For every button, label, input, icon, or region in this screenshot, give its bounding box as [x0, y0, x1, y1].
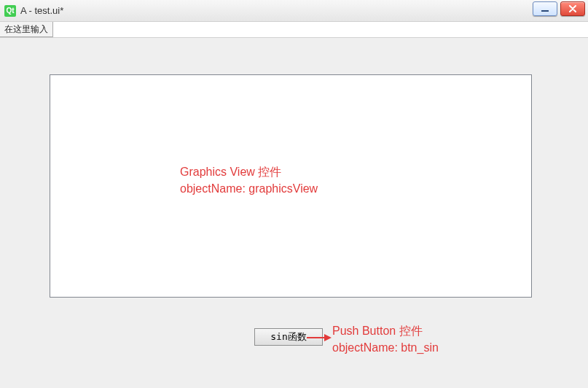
window-title: A - test.ui*: [20, 5, 63, 16]
annotation-push-button: Push Button 控件 objectName: btn_sin: [332, 322, 439, 356]
form-canvas[interactable]: sin函数 Graphics View 控件 objectName: graph…: [0, 38, 588, 388]
annotation-line: Push Button 控件: [332, 322, 439, 339]
minimize-button[interactable]: [533, 1, 557, 16]
close-button[interactable]: [560, 1, 585, 16]
menubar: 在这里输入: [0, 22, 588, 38]
annotation-line: objectName: graphicsView: [180, 180, 318, 197]
annotation-line: objectName: btn_sin: [332, 339, 439, 356]
menubar-type-here[interactable]: 在这里输入: [0, 22, 53, 37]
window-titlebar: Qt A - test.ui*: [0, 0, 588, 22]
arrow-icon: [305, 333, 332, 343]
svg-marker-2: [324, 334, 332, 341]
qt-icon: Qt: [4, 5, 16, 17]
annotation-line: Graphics View 控件: [180, 163, 318, 180]
svg-rect-0: [541, 10, 549, 12]
window-controls: [533, 1, 585, 16]
annotation-graphics-view: Graphics View 控件 objectName: graphicsVie…: [180, 163, 318, 197]
